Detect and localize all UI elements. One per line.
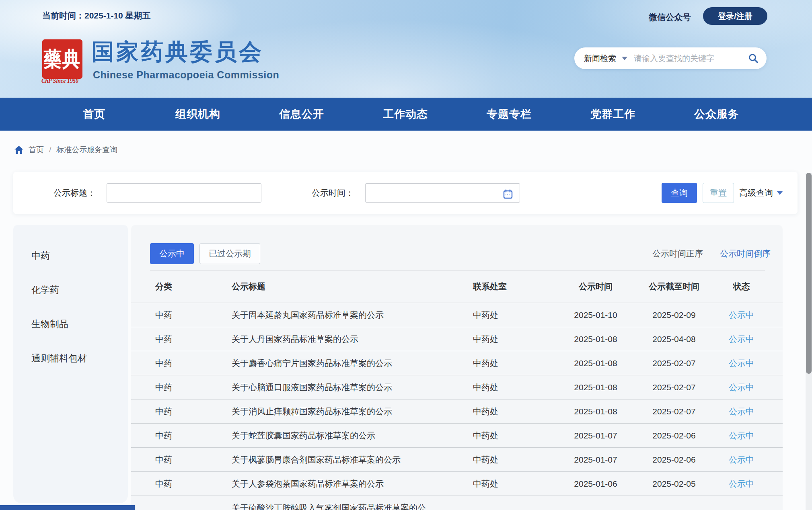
status-tab[interactable]: 公示中 [150, 243, 194, 264]
sort-link[interactable]: 公示时间正序 [652, 248, 703, 259]
cell-publish-date: 2025-01-07 [565, 431, 626, 440]
chevron-down-icon[interactable] [622, 57, 627, 60]
seal-caption: ChP Since 1950 [41, 78, 90, 84]
table-header-cell: 联系处室 [473, 281, 565, 292]
current-time-value: 2025-1-10 星期五 [84, 11, 151, 20]
table-row: 中药 关于蛇莲胶囊国家药品标准草案的公示 中药处 2025-01-07 2025… [131, 423, 783, 447]
cell-status-link[interactable]: 公示中 [722, 334, 761, 345]
site-search-input[interactable] [634, 54, 748, 63]
cell-category: 中药 [155, 478, 232, 490]
tabs-row: 公示中已过公示期 公示时间正序公示时间倒序 [150, 243, 771, 264]
cell-status-link[interactable]: 公示中 [722, 454, 761, 465]
cell-category: 中药 [155, 382, 232, 393]
filter-time-input[interactable] [365, 183, 520, 203]
login-register-button[interactable]: 登录/注册 [703, 7, 767, 25]
filter-card: 公示标题： 公示时间： 查询 重置 高级查询 [13, 172, 798, 214]
cell-title-link[interactable]: 关于固本延龄丸国家药品标准草案的公示 [232, 309, 473, 321]
cell-title-link[interactable]: 关于蛇莲胶囊国家药品标准草案的公示 [232, 430, 473, 441]
scrollbar-thumb[interactable] [806, 173, 812, 374]
table-row: 关于硫酸沙丁胺醇吸入气雾剂国家药品标准草案的公 [131, 496, 783, 510]
table-header-cell: 状态 [722, 281, 761, 292]
advanced-query-label: 高级查询 [739, 187, 773, 199]
category-sidebar: 中药化学药生物制品通则辅料包材 [13, 225, 128, 503]
cell-deadline-date: 2025-02-06 [626, 455, 722, 465]
nav-item-7[interactable]: 公众服务 [665, 98, 769, 131]
main-nav: 首页组织机构信息公开工作动态专题专栏党群工作公众服务 [0, 98, 812, 131]
cell-title-link[interactable]: 关于消风止痒颗粒国家药品标准草案的公示 [232, 406, 473, 417]
search-category-select[interactable]: 新闻检索 [584, 53, 616, 64]
site-title: 国家药典委员会 [92, 37, 263, 68]
status-tab[interactable]: 已过公示期 [199, 243, 260, 264]
cell-category: 中药 [155, 309, 232, 321]
filter-title-input[interactable] [107, 183, 261, 203]
sidebar-item-3[interactable]: 生物制品 [13, 307, 128, 341]
site-subtitle: Chinese Pharmacopoeia Commission [93, 69, 279, 81]
sidebar-item-1[interactable]: 中药 [13, 239, 128, 273]
cell-department: 中药处 [473, 406, 565, 417]
cell-publish-date: 2025-01-07 [565, 455, 626, 465]
cell-title-link[interactable]: 关于心脑通口服液国家药品标准草案的公示 [232, 382, 473, 393]
cell-status-link[interactable]: 公示中 [722, 358, 761, 369]
cell-title-link[interactable]: 关于硫酸沙丁胺醇吸入气雾剂国家药品标准草案的公 [232, 502, 473, 510]
cell-department: 中药处 [473, 382, 565, 393]
cell-title-link[interactable]: 关于人丹国家药品标准草案的公示 [232, 334, 473, 345]
wechat-link[interactable]: 微信公众号 [649, 12, 691, 23]
calendar-icon[interactable] [503, 189, 513, 199]
cell-category: 中药 [155, 406, 232, 417]
sidebar-item-2[interactable]: 化学药 [13, 273, 128, 307]
advanced-query-toggle[interactable]: 高级查询 [739, 172, 783, 214]
results-panel: 公示中已过公示期 公示时间正序公示时间倒序 分类公示标题联系处室公示时间公示截至… [131, 225, 783, 510]
table-row: 中药 关于心脑通口服液国家药品标准草案的公示 中药处 2025-01-08 20… [131, 375, 783, 399]
nav-item-6[interactable]: 党群工作 [561, 98, 665, 131]
cell-category: 中药 [155, 358, 232, 369]
cell-status-link[interactable]: 公示中 [722, 382, 761, 393]
sidebar-item-4[interactable]: 通则辅料包材 [13, 341, 128, 375]
cell-deadline-date: 2025-02-07 [626, 358, 722, 368]
nav-item-1[interactable]: 首页 [42, 98, 146, 131]
cell-publish-date: 2025-01-08 [565, 383, 626, 392]
table-header-cell: 公示时间 [565, 281, 626, 292]
cell-title-link[interactable]: 关于枫蓼肠胃康合剂国家药品标准草案的公示 [232, 454, 473, 465]
table-row: 中药 关于人丹国家药品标准草案的公示 中药处 2025-01-08 2025-0… [131, 327, 783, 351]
chp-seal-logo[interactable]: 藥典 [42, 39, 82, 79]
query-button[interactable]: 查询 [662, 183, 697, 203]
nav-item-4[interactable]: 工作动态 [354, 98, 457, 131]
cell-status-link[interactable]: 公示中 [722, 406, 761, 417]
seal-glyphs: 藥典 [44, 49, 81, 70]
reset-button[interactable]: 重置 [703, 183, 734, 203]
cell-publish-date: 2025-01-08 [565, 407, 626, 416]
cell-title-link[interactable]: 关于人参袋泡茶国家药品标准草案的公示 [232, 478, 473, 490]
site-search-bar: 新闻检索 [574, 47, 767, 69]
table-row: 中药 关于麝香心痛宁片国家药品标准草案的公示 中药处 2025-01-08 20… [131, 351, 783, 375]
filter-time-label: 公示时间： [312, 172, 354, 214]
cell-department: 中药处 [473, 334, 565, 345]
cell-publish-date: 2025-01-06 [565, 479, 626, 489]
cell-status-link[interactable]: 公示中 [722, 309, 761, 321]
cell-publish-date: 2025-01-08 [565, 334, 626, 344]
page-root: 当前时间：2025-1-10 星期五 微信公众号 登录/注册 藥典 ChP Si… [0, 0, 812, 510]
nav-item-3[interactable]: 信息公开 [250, 98, 354, 131]
cell-deadline-date: 2025-04-08 [626, 334, 722, 344]
cell-department: 中药处 [473, 309, 565, 321]
chevron-down-icon [777, 191, 783, 195]
cell-publish-date: 2025-01-10 [565, 310, 626, 320]
table-header-cell: 公示标题 [232, 281, 473, 292]
cell-category: 中药 [155, 454, 232, 465]
breadcrumb-current: 标准公示服务查询 [56, 145, 117, 155]
cell-category: 中药 [155, 334, 232, 345]
nav-item-2[interactable]: 组织机构 [146, 98, 250, 131]
cell-title-link[interactable]: 关于麝香心痛宁片国家药品标准草案的公示 [232, 358, 473, 369]
table-body: 中药 关于固本延龄丸国家药品标准草案的公示 中药处 2025-01-10 202… [131, 303, 783, 510]
main-nav-items: 首页组织机构信息公开工作动态专题专栏党群工作公众服务 [42, 98, 769, 131]
sort-link[interactable]: 公示时间倒序 [720, 248, 771, 259]
table-row: 中药 关于固本延龄丸国家药品标准草案的公示 中药处 2025-01-10 202… [131, 303, 783, 327]
cell-status-link[interactable]: 公示中 [722, 430, 761, 441]
home-icon[interactable] [14, 146, 23, 154]
cell-status-link[interactable]: 公示中 [722, 478, 761, 490]
cell-department: 中药处 [473, 454, 565, 465]
breadcrumb-home[interactable]: 首页 [29, 145, 44, 155]
search-icon[interactable] [748, 53, 759, 63]
cell-department: 中药处 [473, 358, 565, 369]
cell-department: 中药处 [473, 430, 565, 441]
nav-item-5[interactable]: 专题专栏 [457, 98, 561, 131]
